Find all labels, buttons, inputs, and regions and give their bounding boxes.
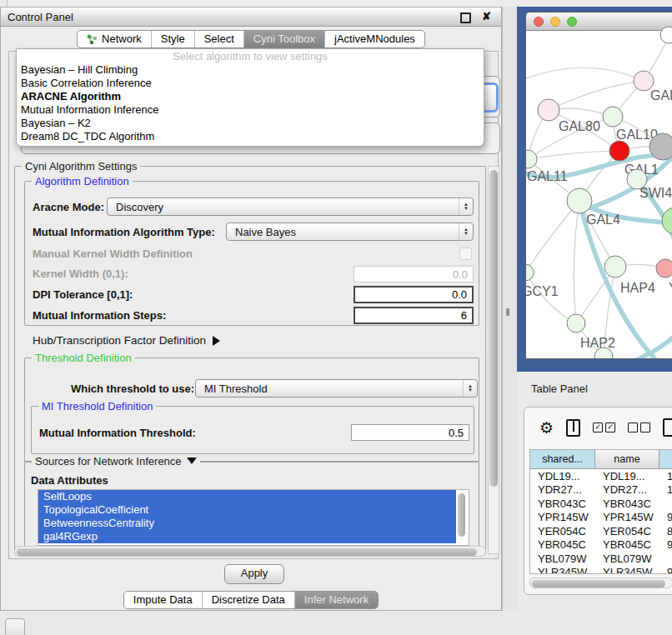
algorithm-option-bayesian-hill-climbing[interactable]: Bayesian – Hill Climbing (17, 63, 484, 77)
algorithm-option-bayesian-k2[interactable]: Bayesian – K2 (17, 117, 484, 130)
algorithm-option-mutual-information-inference[interactable]: Mutual Information Inference (17, 103, 484, 117)
mi-threshold-field[interactable] (351, 424, 469, 441)
tab-select[interactable]: Select (195, 31, 244, 48)
divider-grip[interactable] (506, 308, 509, 316)
table-horizontal-scrollbar[interactable] (529, 578, 672, 588)
gear-icon[interactable]: ⚙ (539, 420, 554, 436)
tab-network[interactable]: Network (78, 31, 152, 48)
network-edge[interactable] (528, 151, 619, 159)
table-row[interactable]: YER054CYER054C8. (530, 524, 672, 538)
table-cell: 13 (659, 470, 672, 482)
mi-algorithm-type-combo[interactable]: Naive Bayes ▲▼ (226, 222, 474, 241)
settings-hscrollbar-thumb[interactable] (17, 548, 477, 556)
settings-horizontal-scrollbar[interactable] (14, 546, 486, 557)
cyni-tab-label: Impute Data (133, 592, 193, 608)
tab-cyni-toolbox[interactable]: Cyni Toolbox (244, 31, 325, 48)
table-row[interactable]: YPR145WYPR145W9. (530, 511, 672, 525)
network-edge[interactable] (574, 201, 579, 323)
sources-group-title[interactable]: Sources for Network Inference (32, 455, 200, 468)
table-cell: YBR043C (595, 498, 659, 510)
apply-button[interactable]: Apply (224, 564, 284, 584)
column-header-name[interactable]: name (595, 450, 659, 468)
tab-jactivemnodules[interactable]: jActiveMNodules (325, 31, 424, 48)
control-panel-tabbar: NetworkStyleSelectCyni ToolboxjActiveMNo… (1, 30, 501, 48)
network-node-gal4[interactable] (567, 188, 592, 213)
close-window-icon[interactable]: ✘ (482, 10, 491, 22)
table-row[interactable]: YDL19...YDL19...13 (530, 469, 672, 483)
network-node-hap2[interactable] (567, 314, 585, 332)
settings-vertical-scrollbar[interactable] (488, 166, 499, 554)
app-top-strip (0, 0, 672, 7)
table-row[interactable]: YBL079WYBL079W (530, 552, 672, 566)
panel-divider[interactable] (502, 7, 517, 611)
network-node-label: GAL4 (586, 212, 620, 227)
cyni-tab-impute-data[interactable]: Impute Data (124, 592, 203, 608)
table-cell: YPR145W (595, 511, 659, 523)
mi-steps-field[interactable] (354, 307, 474, 324)
network-node-hap4[interactable] (604, 256, 626, 278)
node-table: shared...name YDL19...YDL19...13YDR27...… (529, 449, 672, 574)
attribute-item-topologicalcoefficient[interactable]: TopologicalCoefficient (38, 503, 456, 517)
control-panel-title: Control Panel (8, 11, 73, 23)
dpi-tolerance-field[interactable] (354, 286, 474, 303)
which-threshold-label: Which threshold to use: (71, 382, 194, 395)
tab-style[interactable]: Style (152, 31, 195, 48)
network-edge[interactable] (525, 201, 579, 272)
float-window-icon[interactable] (460, 12, 471, 23)
cyni-tab-discretize-data[interactable]: Discretize Data (203, 592, 295, 608)
table-cell: 12 (659, 483, 672, 496)
aracne-mode-combo[interactable]: Discovery ▲▼ (107, 198, 474, 216)
network-edge[interactable] (525, 68, 644, 81)
column-header-2[interactable] (659, 450, 672, 468)
data-attributes-list[interactable]: SelfLoopsTopologicalCoefficientBetweenne… (38, 489, 469, 546)
threshold-definition-title: Threshold Definition (32, 352, 135, 364)
collapse-down-icon[interactable] (187, 458, 197, 464)
table-row[interactable]: YBR045CYBR045C9. (530, 538, 672, 552)
zoom-traffic-light-icon[interactable] (567, 17, 577, 27)
attributes-list-scrollbar[interactable] (457, 492, 466, 541)
network-node-label: GCY1 (525, 284, 559, 298)
network-canvas[interactable]: GALGAL80GAL10GAL1GAL11SWI4GAL4GCY1HAP4YH… (527, 30, 672, 359)
which-threshold-value: MI Threshold (196, 382, 463, 395)
manual-kernel-checkbox[interactable] (459, 248, 472, 260)
cyni-tab-infer-network[interactable]: Infer Network (295, 592, 378, 608)
algorithm-option-dream8-dc-tdc-algorithm[interactable]: Dream8 DC_TDC Algorithm (17, 130, 484, 143)
attributes-list-scrollbar-thumb[interactable] (458, 493, 465, 537)
table-cell: YPR145W (530, 511, 595, 523)
attribute-item-selfloops[interactable]: SelfLoops (38, 490, 456, 503)
column-header-shared[interactable]: shared... (530, 450, 595, 468)
network-node-y[interactable] (656, 259, 672, 278)
network-node[interactable] (662, 208, 672, 234)
split-columns-icon[interactable] (566, 419, 580, 437)
which-threshold-combo[interactable]: MI Threshold ▲▼ (195, 379, 478, 398)
table-cell: 9. (659, 511, 672, 523)
network-node-gal1[interactable] (609, 141, 629, 161)
close-traffic-light-icon[interactable] (534, 17, 544, 27)
settings-vscrollbar-thumb[interactable] (489, 170, 498, 487)
table-row[interactable]: YDR27...YDR27...12 (530, 483, 672, 498)
network-node-label: GAL11 (527, 169, 568, 183)
network-node-gcy1[interactable] (525, 264, 534, 281)
hub-section-label[interactable]: Hub/Transcription Factor Definition (33, 334, 220, 347)
collapsed-panel-button[interactable] (5, 618, 25, 635)
minimize-traffic-light-icon[interactable] (550, 17, 560, 27)
deselect-all-columns-icon[interactable] (628, 422, 650, 432)
table-row[interactable]: YBR043CYBR043C (530, 497, 672, 511)
algorithm-option-basic-correlation-inference[interactable]: Basic Correlation Inference (17, 77, 484, 90)
cyni-bottom-tabbar: Impute DataDiscretize DataInfer Network (1, 591, 501, 609)
select-all-columns-icon[interactable]: ✓✓ (593, 422, 615, 432)
table-row[interactable]: YLR345WYLR345W9. (530, 566, 672, 575)
table-hscrollbar-thumb[interactable] (532, 580, 665, 588)
expand-right-icon[interactable] (213, 336, 220, 346)
algorithm-option-aracne-algorithm[interactable]: ARACNE Algorithm (17, 90, 484, 103)
network-edge[interactable] (549, 81, 644, 110)
attribute-item-gal4rgexp[interactable]: gal4RGexp (38, 530, 456, 543)
network-node-gal10[interactable] (603, 107, 623, 127)
attribute-item-betweennesscentrality[interactable]: BetweennessCentrality (38, 517, 456, 530)
algorithm-dropdown-header: Select algorithm to view settings (17, 49, 484, 63)
network-node-gal80[interactable] (538, 99, 559, 121)
new-table-icon[interactable] (663, 418, 672, 437)
network-node[interactable] (649, 133, 672, 160)
table-panel-window: ⚙ ✓✓ shared...name YDL19...YDL19...13YDR… (524, 407, 672, 595)
network-node-label: HAP2 (580, 336, 615, 350)
